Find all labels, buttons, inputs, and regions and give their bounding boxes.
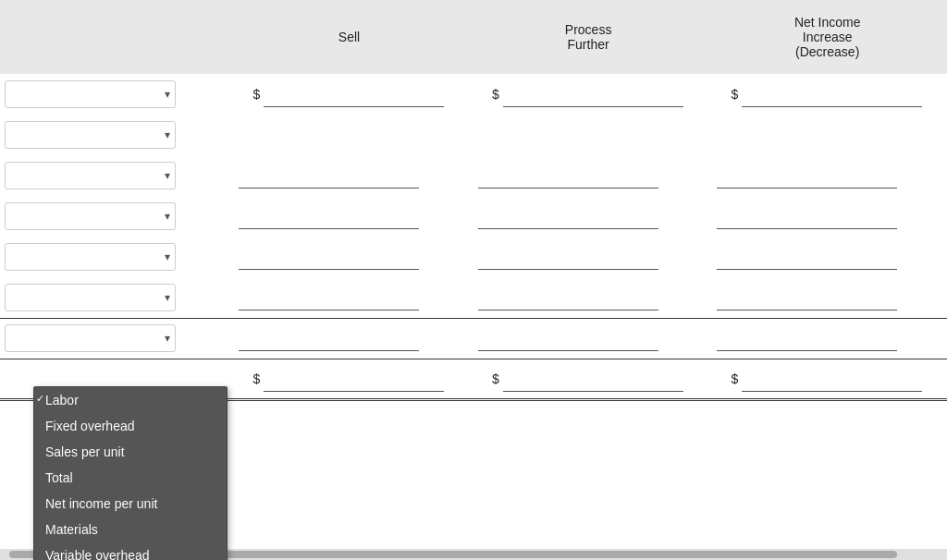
- main-container: Sell ProcessFurther Net IncomeIncrease(D…: [0, 0, 947, 560]
- dropdown-label-variable-overhead: Variable overhead: [45, 548, 150, 560]
- row3-select[interactable]: Labor Fixed overhead Sales per unit Tota…: [5, 162, 176, 189]
- row1-select[interactable]: Labor Fixed overhead Sales per unit Tota…: [5, 80, 176, 108]
- data-table: Sell ProcessFurther Net IncomeIncrease(D…: [0, 0, 947, 401]
- row7-process-input[interactable]: [478, 325, 658, 351]
- dropdown-label-total: Total: [45, 470, 73, 485]
- row7-process-cell: [469, 318, 708, 359]
- row6-select-wrapper[interactable]: Labor Fixed overhead Sales per unit Tota…: [5, 284, 176, 311]
- header-row: Sell ProcessFurther Net IncomeIncrease(D…: [0, 0, 947, 74]
- dropdown-label-sales-per-unit: Sales per unit: [45, 444, 125, 459]
- col-label-header: [0, 0, 229, 74]
- dropdown-label-materials: Materials: [45, 522, 98, 537]
- table-row: Labor Fixed overhead Sales per unit Tota…: [0, 196, 947, 237]
- dollar-sign-total-2: $: [478, 371, 501, 386]
- row4-process-cell: [469, 196, 708, 237]
- table-row: Labor Fixed overhead Sales per unit Tota…: [0, 155, 947, 196]
- row6-process-input[interactable]: [478, 285, 658, 310]
- row8-net-input[interactable]: [742, 366, 922, 392]
- row2-select[interactable]: Labor Fixed overhead Sales per unit Tota…: [5, 121, 176, 149]
- row5-process-cell: [469, 237, 708, 277]
- row6-sell-input[interactable]: [239, 285, 419, 310]
- dropdown-item-variable-overhead[interactable]: Variable overhead: [34, 542, 227, 560]
- row2-label-cell: Labor Fixed overhead Sales per unit Tota…: [0, 115, 229, 155]
- row8-net-cell: $: [707, 359, 947, 399]
- row1-process-cell: $: [469, 74, 708, 115]
- row7-net-cell: [707, 318, 947, 359]
- table-row: Labor Fixed overhead Sales per unit Tota…: [0, 74, 947, 115]
- dollar-sign-2: $: [478, 87, 501, 102]
- row7-select[interactable]: Labor Fixed overhead Sales per unit Tota…: [5, 324, 176, 352]
- dollar-sign-1: $: [239, 87, 262, 102]
- row6-process-cell: [469, 277, 708, 318]
- row5-sell-cell: [229, 237, 469, 277]
- dropdown-item-fixed-overhead[interactable]: Fixed overhead: [34, 413, 227, 439]
- row3-select-wrapper[interactable]: Labor Fixed overhead Sales per unit Tota…: [5, 162, 176, 189]
- row6-label-cell: Labor Fixed overhead Sales per unit Tota…: [0, 277, 229, 318]
- row2-net-cell: [707, 115, 947, 155]
- row3-label-cell: Labor Fixed overhead Sales per unit Tota…: [0, 155, 229, 196]
- dropdown-item-materials[interactable]: Materials: [34, 517, 227, 542]
- row3-net-cell: [707, 155, 947, 196]
- dropdown-overlay: Labor Fixed overhead Sales per unit Tota…: [33, 386, 228, 560]
- row2-process-cell: [469, 115, 708, 155]
- row2-select-wrapper[interactable]: Labor Fixed overhead Sales per unit Tota…: [5, 121, 176, 149]
- row4-select-wrapper[interactable]: Labor Fixed overhead Sales per unit Tota…: [5, 202, 176, 230]
- row6-net-cell: [707, 277, 947, 318]
- row6-select[interactable]: Labor Fixed overhead Sales per unit Tota…: [5, 284, 176, 311]
- row3-sell-cell: [229, 155, 469, 196]
- dropdown-item-labor[interactable]: Labor: [34, 387, 227, 413]
- table-row: Labor Fixed overhead Sales per unit Tota…: [0, 277, 947, 318]
- row4-sell-input[interactable]: [239, 203, 419, 229]
- dollar-sign-total-3: $: [717, 371, 740, 386]
- row4-process-input[interactable]: [478, 203, 658, 229]
- row1-net-input[interactable]: [742, 81, 922, 107]
- row6-net-input[interactable]: [717, 285, 897, 310]
- dropdown-item-net-income-per-unit[interactable]: Net income per unit: [34, 491, 227, 517]
- row5-sell-input[interactable]: [239, 244, 419, 270]
- row4-label-cell: Labor Fixed overhead Sales per unit Tota…: [0, 196, 229, 237]
- row4-net-cell: [707, 196, 947, 237]
- row4-net-input[interactable]: [717, 203, 897, 229]
- row8-sell-input[interactable]: [264, 366, 444, 392]
- row1-sell-input[interactable]: [264, 81, 444, 107]
- row5-label-cell: Labor Fixed overhead Sales per unit Tota…: [0, 237, 229, 277]
- table-row: Labor Fixed overhead Sales per unit Tota…: [0, 237, 947, 277]
- dollar-sign-3: $: [717, 87, 740, 102]
- row8-process-cell: $: [469, 359, 708, 399]
- row1-net-cell: $: [707, 74, 947, 115]
- row7-select-wrapper[interactable]: Labor Fixed overhead Sales per unit Tota…: [5, 324, 176, 352]
- dropdown-label-net-income-per-unit: Net income per unit: [45, 496, 157, 511]
- dropdown-label-fixed-overhead: Fixed overhead: [45, 419, 135, 433]
- row2-sell-cell: [229, 115, 469, 155]
- row7-net-input[interactable]: [717, 325, 897, 351]
- row6-sell-cell: [229, 277, 469, 318]
- col-sell-header: Sell: [229, 0, 469, 74]
- row5-select-wrapper[interactable]: Labor Fixed overhead Sales per unit Tota…: [5, 243, 176, 271]
- row1-select-wrapper[interactable]: Labor Fixed overhead Sales per unit Tota…: [5, 80, 176, 108]
- table-row: Labor Fixed overhead Sales per unit Tota…: [0, 115, 947, 155]
- row4-sell-cell: [229, 196, 469, 237]
- row5-select[interactable]: Labor Fixed overhead Sales per unit Tota…: [5, 243, 176, 271]
- row3-net-input[interactable]: [717, 163, 897, 189]
- row5-net-cell: [707, 237, 947, 277]
- row1-sell-cell: $: [229, 74, 469, 115]
- row1-process-input[interactable]: [503, 81, 683, 107]
- row7-sell-input[interactable]: [239, 325, 419, 351]
- row3-process-cell: [469, 155, 708, 196]
- dollar-sign-total-1: $: [239, 371, 262, 386]
- table-row: Labor Fixed overhead Sales per unit Tota…: [0, 318, 947, 359]
- row7-label-cell: Labor Fixed overhead Sales per unit Tota…: [0, 318, 229, 359]
- row3-sell-input[interactable]: [239, 163, 419, 189]
- dropdown-item-total[interactable]: Total: [34, 465, 227, 491]
- dropdown-item-sales-per-unit[interactable]: Sales per unit: [34, 439, 227, 465]
- dropdown-label-labor: Labor: [45, 393, 79, 408]
- row3-process-input[interactable]: [478, 163, 658, 189]
- row8-sell-cell: $: [229, 359, 469, 399]
- row5-process-input[interactable]: [478, 244, 658, 270]
- row4-select[interactable]: Labor Fixed overhead Sales per unit Tota…: [5, 202, 176, 230]
- row7-sell-cell: [229, 318, 469, 359]
- row5-net-input[interactable]: [717, 244, 897, 270]
- row1-label-cell: Labor Fixed overhead Sales per unit Tota…: [0, 74, 229, 115]
- row8-process-input[interactable]: [503, 366, 683, 392]
- col-process-header: ProcessFurther: [469, 0, 708, 74]
